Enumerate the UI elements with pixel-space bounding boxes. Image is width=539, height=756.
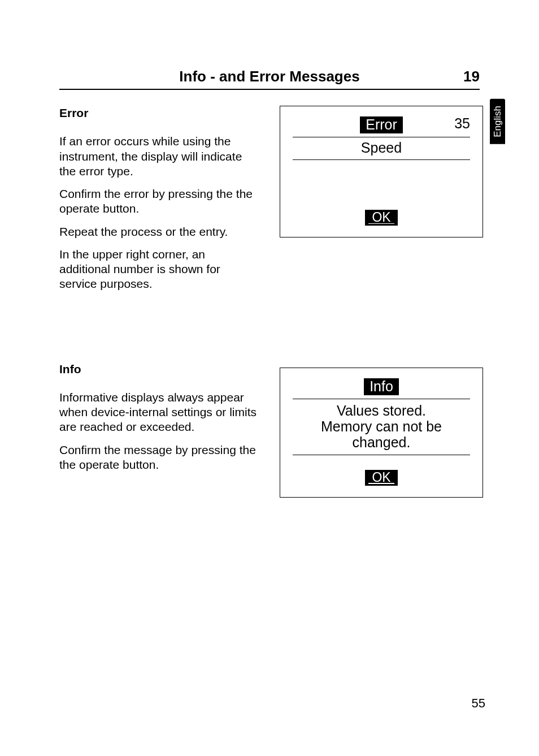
error-screen-ok-row: OK [288,200,475,226]
page-number: 55 [472,696,485,711]
info-screen-ok-row: OK [288,455,475,486]
info-paragraph: Confirm the message by pressing the the … [59,443,257,473]
info-badge: Info [364,378,399,395]
info-message-line: changed. [353,434,411,450]
info-display-screen: Info Values stored. Memory can not be ch… [280,368,483,498]
error-screen-type-row: Speed [293,137,470,160]
page-header: Info - and Error Messages 19 [59,68,480,90]
error-screen-spacer [288,160,475,200]
error-service-number: 35 [454,115,470,132]
chapter-number: 19 [451,68,480,85]
error-screen-column: Error 35 Speed OK [280,106,483,300]
error-heading: Error [59,106,257,120]
info-message-line: Values stored. [337,403,426,418]
info-text-column: Info Informative displays always appear … [59,362,257,498]
info-heading: Info [59,362,257,377]
error-paragraph: In the upper right corner, an additional… [59,247,257,292]
ok-button[interactable]: OK [365,210,397,226]
ok-button[interactable]: OK [365,470,397,486]
error-type-label: Speed [361,140,402,156]
error-paragraph: Repeat the process or the entry. [59,224,257,239]
error-display-screen: Error 35 Speed OK [280,106,483,237]
error-screen-title-row: Error 35 [293,114,470,137]
info-section: Info Informative displays always appear … [59,362,480,498]
page-content: Info - and Error Messages 19 Error If an… [0,0,539,498]
error-text-column: Error If an error occurs while using the… [59,106,257,300]
language-tab: English [490,99,505,144]
info-screen-title-row: Info [293,376,470,399]
info-message-line: Memory can not be [321,418,442,434]
error-badge: Error [360,116,403,133]
info-screen-column: Info Values stored. Memory can not be ch… [280,362,483,498]
error-paragraph: If an error occurs while using the instr… [59,134,257,179]
error-section: Error If an error occurs while using the… [59,106,480,300]
info-paragraph: Informative displays always appear when … [59,390,257,435]
page-title: Info - and Error Messages [59,68,451,85]
info-screen-message: Values stored. Memory can not be changed… [293,399,470,455]
error-paragraph: Confirm the error by pressing the the op… [59,187,257,217]
